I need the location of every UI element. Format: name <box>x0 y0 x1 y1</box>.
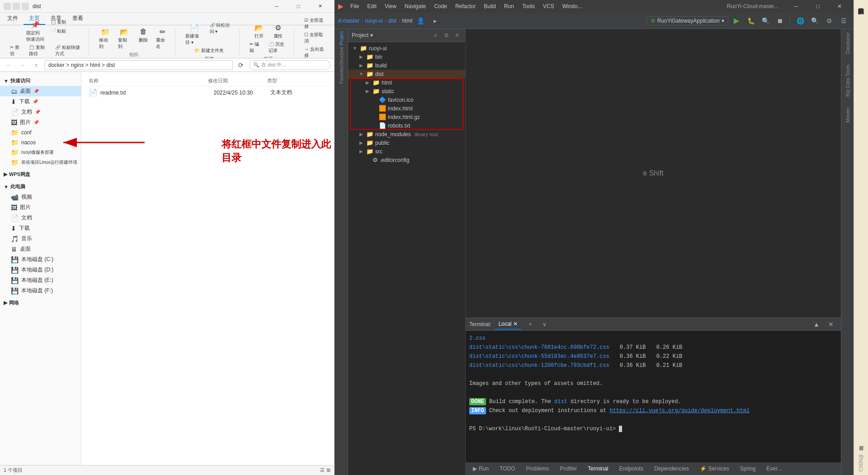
cut-button[interactable]: ✂ 剪切 <box>7 43 25 58</box>
right-label-maven[interactable]: Maven <box>845 108 850 123</box>
maximize-button[interactable]: □ <box>288 0 309 13</box>
bottom-bar-problems[interactable]: Problems <box>522 465 552 473</box>
select-all-button[interactable]: ☑ 全部选择 <box>302 16 327 31</box>
sidebar-item-music[interactable]: 🎵 音乐 <box>0 233 81 244</box>
sidebar-item-docs[interactable]: 📄 文档 📌 <box>0 107 81 117</box>
sidebar-item-downloads[interactable]: ⬇ 下载 📌 <box>0 96 81 107</box>
tree-item-nodemodules[interactable]: ▶ 📁 node_modules library root <box>348 130 465 138</box>
menu-view[interactable]: View <box>381 2 400 10</box>
tree-item-editorconfig[interactable]: ▶ ⚙ .editorconfig <box>348 156 465 164</box>
close-button[interactable]: ✕ <box>310 0 330 13</box>
menu-navigate[interactable]: Navigate <box>401 2 429 10</box>
right-label-database[interactable]: Database <box>845 33 850 54</box>
sidebar-item-conf[interactable]: 📁 conf <box>0 128 81 138</box>
invert-select-button[interactable]: ↔ 反向选择 <box>302 45 327 60</box>
new-item-button[interactable]: 📄新建项目 ▾ <box>183 21 206 47</box>
menu-file[interactable]: File <box>347 2 363 10</box>
menu-run[interactable]: Run <box>500 2 518 10</box>
terminal-tab-local[interactable]: Local ✕ <box>495 319 522 330</box>
breadcrumb-item-master[interactable]: d-master <box>338 18 359 24</box>
network-header[interactable]: ▶ 网络 <box>0 298 81 308</box>
terminal-tab-close-icon[interactable]: ✕ <box>513 321 518 327</box>
sidebar-item-pictures-pc[interactable]: 🖼 图片 <box>0 202 81 213</box>
tree-item-bin[interactable]: ▶ 📁 bin <box>348 52 465 61</box>
left-bar-project-icon[interactable]: Project <box>336 33 347 43</box>
tree-item-static[interactable]: ▶ 📁 static <box>348 87 465 95</box>
menu-window[interactable]: Windo... <box>559 2 586 10</box>
bottom-bar-services[interactable]: ⚡ Services <box>696 465 733 473</box>
view-icon-list[interactable]: ☰ <box>320 467 325 473</box>
ide-close-button[interactable]: ✕ <box>829 0 850 13</box>
more-icon[interactable]: ☰ <box>837 14 850 27</box>
tree-item-ruoyiui[interactable]: ▼ 📁 ruoyi-ui <box>348 44 465 52</box>
sidebar-item-disk-e[interactable]: 💾 本地磁盘 (E:) <box>0 275 81 285</box>
ide-minimize-button[interactable]: ─ <box>786 0 807 13</box>
sidebar-item-downloads-pc[interactable]: ⬇ 下载 <box>0 223 81 233</box>
easy-access-button[interactable]: 🔗 轻松访问 ▾ <box>207 21 236 47</box>
sidebar-item-disk-f[interactable]: 💾 本地磁盘 (F:) <box>0 285 81 296</box>
bottom-bar-run[interactable]: ▶ Run <box>469 465 492 473</box>
menu-build[interactable]: Build <box>480 2 500 10</box>
breadcrumb-item-html[interactable]: html <box>402 18 412 24</box>
tab-file[interactable]: 文件 <box>2 13 24 25</box>
new-folder-button[interactable]: 📁 新建文件夹 <box>192 47 226 55</box>
sidebar-item-ruoyi[interactable]: 📁 ruoyi微服务部署 <box>0 147 81 157</box>
copy-path-button[interactable]: 📋 复制路径 <box>26 43 52 58</box>
menu-vcs[interactable]: VCS <box>539 2 558 10</box>
bottom-bar-todo[interactable]: TODO <box>496 465 519 473</box>
tree-item-build[interactable]: ▶ 📁 build <box>348 61 465 70</box>
address-path[interactable]: docker > nginx > html > dist <box>44 60 233 70</box>
bottom-bar-profiler[interactable]: Profiler <box>556 465 580 473</box>
deselect-all-button[interactable]: ☐ 全部取消 <box>302 31 327 45</box>
bottom-bar-endpoints[interactable]: Endpoints <box>616 465 647 473</box>
file-row-readme[interactable]: 📄 readme.txt 2022/4/25 10:30 文本文档 <box>85 86 330 99</box>
move-to-button[interactable]: 📁移动到 <box>96 25 114 51</box>
bottom-bar-terminal[interactable]: Terminal <box>584 465 612 473</box>
ide-toolbar-icon-2[interactable]: ▸ <box>429 14 441 27</box>
bottom-bar-dependencies[interactable]: Dependencies <box>651 465 693 473</box>
open-button[interactable]: 📂打开 <box>250 21 268 40</box>
debug-button[interactable]: 🐛 <box>745 14 757 27</box>
sidebar-item-linux[interactable]: 📁 若依项目Linux运行搭建环境 <box>0 157 81 167</box>
settings-icon[interactable]: ⚙ <box>823 14 835 27</box>
sidebar-item-videos[interactable]: 📹 视频 <box>0 192 81 202</box>
tree-item-html[interactable]: ▶ 📁 html <box>348 78 465 87</box>
refresh-button[interactable]: ⟳ <box>236 60 246 71</box>
sidebar-item-disk-c[interactable]: 💾 本地磁盘 (C:) <box>0 254 81 265</box>
sidebar-item-nacos[interactable]: 📁 nacos <box>0 138 81 147</box>
quick-access-header[interactable]: ▼ 快速访问 <box>0 76 81 86</box>
sidebar-item-pictures[interactable]: 🖼 图片 📌 <box>0 117 81 128</box>
translate-icon[interactable]: 🌐 <box>794 14 807 27</box>
stop-button[interactable]: ⏹ <box>774 14 786 27</box>
sidebar-item-docs-pc[interactable]: 📄 文档 <box>0 213 81 223</box>
edit-button[interactable]: ✏ 编辑 <box>247 40 265 55</box>
sidebar-item-desktop[interactable]: 🗂 桌面 📌 <box>0 86 81 96</box>
terminal-maximize-icon[interactable]: ▲ <box>810 318 823 331</box>
tree-item-src[interactable]: ▶ 📁 src <box>348 147 465 156</box>
ide-toolbar-icon-1[interactable]: 👤 <box>414 14 427 27</box>
search-box[interactable]: 🔍 在 dist 中... <box>249 60 330 70</box>
copy-to-button[interactable]: 📂复制到 <box>115 25 133 51</box>
sidebar-item-disk-d[interactable]: 💾 本地磁盘 (D:) <box>0 265 81 275</box>
tree-item-favicon[interactable]: ▶ 🔷 favicon.ico <box>348 95 465 104</box>
right-label-bigdata[interactable]: Big Data Tools <box>845 65 850 97</box>
delete-button[interactable]: 🗑删除 <box>134 25 152 51</box>
run-with-coverage-button[interactable]: 🔍 <box>759 14 772 27</box>
action-settings[interactable]: ⚙ <box>442 31 451 40</box>
terminal-add-tab[interactable]: + <box>525 319 535 329</box>
breadcrumb-item-dist[interactable]: dist <box>388 18 397 24</box>
minimize-button[interactable]: ─ <box>266 0 287 13</box>
run-button[interactable]: ▶ <box>730 14 743 27</box>
breadcrumb-item-ui[interactable]: ruoyi-ui <box>365 18 382 24</box>
left-bar-structure-icon[interactable]: Structure <box>336 51 347 62</box>
wps-header[interactable]: ▶ WPS网盘 <box>0 169 81 180</box>
bottom-bar-ever[interactable]: Ever... <box>763 465 785 473</box>
terminal-close-icon[interactable]: ✕ <box>825 318 837 331</box>
paste-button[interactable]: 📄 粘贴 <box>48 27 69 35</box>
rename-button[interactable]: ✏重命名 <box>153 25 171 51</box>
run-config-selector[interactable]: ⚙ RuoYiGatewayApplication ▾ <box>646 16 728 25</box>
view-icon-grid[interactable]: ⊞ <box>326 467 330 473</box>
bottom-bar-spring[interactable]: Spring <box>736 465 760 473</box>
tree-item-indexhtml[interactable]: ▶ 🟧 index.html <box>348 104 465 113</box>
left-bar-favorites-icon[interactable]: Favorites <box>336 69 347 80</box>
